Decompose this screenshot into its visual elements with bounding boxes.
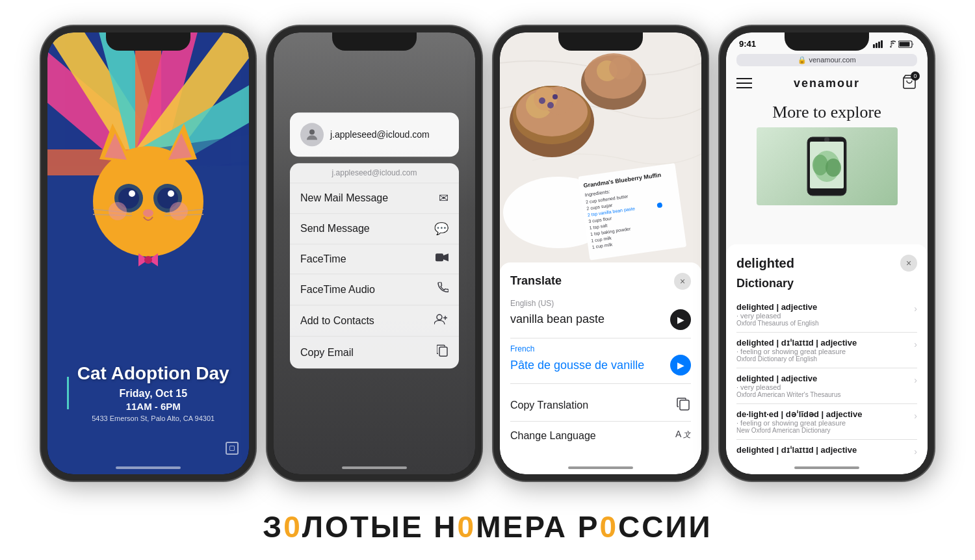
chevron-icon-5: › — [914, 446, 917, 457]
dict-entry-5-content: delighted | dɪˈlaɪtɪd | adjective — [736, 445, 914, 455]
fullscreen-icon[interactable] — [226, 442, 239, 455]
dict-entry-4-content: de·light·ed | dəˈlīdəd | adjective · fee… — [736, 409, 914, 434]
svg-point-20 — [129, 190, 135, 197]
phone4-frame: 9:41 — [720, 26, 934, 481]
dict-entry-4-title: de·light·ed | dəˈlīdəd | adjective — [736, 409, 914, 419]
svg-point-28 — [170, 202, 188, 220]
dict-entry-1-sub: · very pleased — [736, 312, 914, 320]
dict-entry-2[interactable]: delighted | dɪˈlaɪtɪd | adjective · feel… — [736, 333, 917, 368]
cart-count: 0 — [911, 71, 920, 81]
target-lang-label: French — [510, 344, 691, 353]
translate-icon: A 文 — [675, 428, 691, 444]
menu-item-add-contacts[interactable]: Add to Contacts — [290, 305, 459, 337]
dictionary-word: delighted — [736, 256, 794, 271]
svg-rect-70 — [876, 43, 878, 48]
cart-icon-wrapper[interactable]: 0 — [902, 74, 917, 92]
translate-target-section: French Pâte de gousse de vanille ▶ — [510, 344, 691, 375]
dict-entry-2-source: Oxford Dictionary of English — [736, 355, 914, 363]
url-bar[interactable]: 🔒 venamour.com — [736, 54, 917, 66]
cat-event-content: Cat Adoption Day Friday, Oct 15 11AM - 6… — [47, 364, 249, 474]
phone3-frame: Grandma's Blueberry Muffin Ingredients: … — [493, 26, 708, 481]
cat-event-date: Friday, Oct 15 — [77, 388, 229, 400]
dictionary-close-button[interactable]: × — [900, 255, 917, 272]
svg-rect-38 — [439, 347, 447, 356]
mail-icon: ✉ — [439, 191, 448, 205]
text-part3: ЛОТЫЕ Н — [302, 510, 458, 544]
svg-point-86 — [826, 159, 841, 177]
svg-point-53 — [609, 57, 631, 79]
context-menu-email-label: j.appleseed@icloud.com — [290, 163, 459, 183]
phones-row: Cat Adoption Day Friday, Oct 15 11AM - 6… — [0, 0, 975, 494]
dict-entry-2-content: delighted | dɪˈlaɪtɪd | adjective · feel… — [736, 338, 914, 363]
svg-point-32 — [309, 129, 315, 134]
hamburger-icon[interactable] — [736, 77, 752, 89]
dict-entry-4-sub: · feeling or showing great pleasure — [736, 419, 914, 427]
dict-entry-3-content: delighted | adjective · very pleased Oxf… — [736, 374, 914, 398]
svg-point-22 — [143, 209, 153, 217]
svg-point-82 — [824, 137, 829, 142]
text-part1: З — [263, 510, 283, 544]
email-header-card: j.appleseed@icloud.com — [290, 112, 459, 157]
menu-item-facetime[interactable]: FaceTime — [290, 244, 459, 274]
phone3-screen: Grandma's Blueberry Muffin Ingredients: … — [500, 32, 701, 474]
copy-translation-action[interactable]: Copy Translation — [510, 390, 691, 422]
dict-entry-3[interactable]: delighted | adjective · very pleased Oxf… — [736, 368, 917, 404]
phone4-home-indicator — [794, 466, 859, 469]
menu-item-send-message[interactable]: Send Message 💬 — [290, 214, 459, 244]
phone2-home-indicator — [342, 466, 407, 469]
phone2-frame: j.appleseed@icloud.com j.appleseed@iclou… — [267, 26, 482, 481]
dict-entry-2-title: delighted | dɪˈlaɪtɪd | adjective — [736, 338, 914, 348]
dict-entry-1-title: delighted | adjective — [736, 302, 914, 312]
svg-point-48 — [552, 94, 558, 99]
menu-item-new-mail[interactable]: New Mail Message ✉ — [290, 183, 459, 214]
dict-entry-5[interactable]: delighted | dɪˈlaɪtɪd | adjective › — [736, 440, 917, 462]
dict-entry-2-sub: · feeling or showing great pleasure — [736, 348, 914, 355]
target-text: Pâte de gousse de vanille ▶ — [510, 355, 691, 375]
dictionary-header: delighted × — [736, 255, 917, 272]
url-text: venamour.com — [809, 56, 855, 64]
svg-point-27 — [109, 202, 127, 220]
golden-numbers-text: З0ЛОТЫЕ Н0МЕРА Р0ССИИ — [263, 509, 712, 544]
svg-point-21 — [168, 190, 174, 197]
venamour-nav: venamour 0 — [726, 69, 928, 97]
status-icons — [873, 40, 915, 48]
cat-event-address: 5433 Emerson St, Palo Alto, CA 94301 — [77, 414, 229, 422]
svg-point-85 — [812, 155, 828, 175]
cat-event-time: 11AM - 6PM — [77, 401, 229, 412]
venamour-logo: venamour — [752, 77, 902, 90]
copy-translation-icon — [677, 397, 691, 414]
status-time: 9:41 — [739, 39, 756, 49]
add-contact-icon — [434, 313, 448, 328]
dict-entry-4[interactable]: de·light·ed | dəˈlīdəd | adjective · fee… — [736, 404, 917, 440]
svg-rect-72 — [881, 40, 883, 48]
phone1-home-indicator — [116, 466, 181, 469]
dict-entry-3-source: Oxford American Writer's Thesaurus — [736, 391, 914, 398]
play-target-button[interactable]: ▶ — [670, 355, 691, 375]
venamour-status-bar: 9:41 — [726, 32, 928, 51]
message-icon: 💬 — [434, 222, 448, 236]
phone-icon — [437, 282, 448, 297]
translate-divider — [510, 338, 691, 338]
chevron-icon-4: › — [914, 411, 917, 421]
text-highlight-0b: 0 — [458, 510, 476, 544]
translate-close-button[interactable]: × — [674, 273, 691, 290]
email-popup-container: j.appleseed@icloud.com j.appleseed@iclou… — [290, 112, 459, 368]
svg-rect-75 — [900, 42, 910, 46]
text-part7: ССИИ — [618, 510, 712, 544]
phone1-frame: Cat Adoption Day Friday, Oct 15 11AM - 6… — [41, 26, 255, 481]
menu-item-facetime-audio[interactable]: FaceTime Audio — [290, 274, 459, 305]
dict-entry-3-sub: · very pleased — [736, 383, 914, 391]
venamour-product-image — [757, 127, 898, 205]
cat-event-title: Cat Adoption Day — [77, 364, 229, 384]
play-source-button[interactable]: ▶ — [670, 309, 691, 330]
change-language-action[interactable]: Change Language A 文 — [510, 422, 691, 451]
menu-item-copy-email[interactable]: Copy Email — [290, 337, 459, 368]
text-highlight-0c: 0 — [600, 510, 619, 544]
bottom-text-area: З0ЛОТЫЕ Н0МЕРА Р0ССИИ — [0, 494, 975, 560]
translate-panel: Translate × English (US) vanilla bean pa… — [500, 262, 701, 474]
phone3-home-indicator — [568, 466, 633, 469]
dict-entry-1[interactable]: delighted | adjective · very pleased Oxf… — [736, 297, 917, 333]
chevron-icon-3: › — [914, 375, 917, 385]
dictionary-section-label: Dictionary — [736, 277, 917, 290]
source-lang-label: English (US) — [510, 299, 691, 308]
